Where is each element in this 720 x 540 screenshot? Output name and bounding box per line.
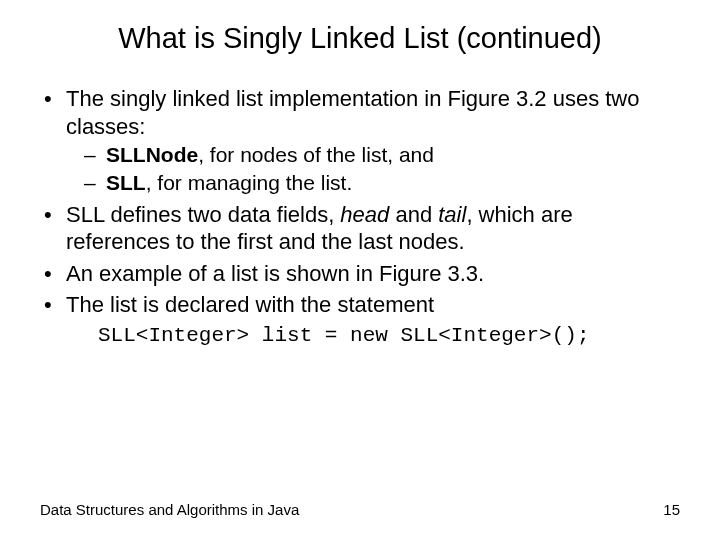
sub-bullet-1a: SLLNode, for nodes of the list, and — [84, 142, 680, 168]
sub-1a-bold: SLLNode — [106, 143, 198, 166]
bullet-4: The list is declared with the statement — [40, 291, 680, 319]
b2-head: head — [340, 202, 389, 227]
b2-pre: SLL defines two data fields, — [66, 202, 340, 227]
code-statement: SLL<Integer> list = new SLL<Integer>(); — [40, 323, 680, 349]
bullet-3: An example of a list is shown in Figure … — [40, 260, 680, 288]
b3-text: An example of a list is shown in Figure … — [66, 261, 484, 286]
footer-left: Data Structures and Algorithms in Java — [40, 501, 299, 518]
b2-tail: tail — [438, 202, 466, 227]
slide-footer: Data Structures and Algorithms in Java 1… — [40, 501, 680, 518]
b4-text: The list is declared with the statement — [66, 292, 434, 317]
bullet-1-text: The singly linked list implementation in… — [66, 86, 640, 139]
bullet-list: The singly linked list implementation in… — [40, 85, 680, 319]
sub-1a-rest: , for nodes of the list, and — [198, 143, 434, 166]
bullet-1: The singly linked list implementation in… — [40, 85, 680, 197]
sub-1b-bold: SLL — [106, 171, 146, 194]
sub-list: SLLNode, for nodes of the list, and SLL,… — [66, 142, 680, 197]
sub-bullet-1b: SLL, for managing the list. — [84, 170, 680, 196]
sub-1b-rest: , for managing the list. — [146, 171, 353, 194]
footer-page-number: 15 — [663, 501, 680, 518]
b2-mid: and — [389, 202, 438, 227]
slide-body: The singly linked list implementation in… — [40, 85, 680, 349]
bullet-2: SLL defines two data fields, head and ta… — [40, 201, 680, 256]
slide-title: What is Singly Linked List (continued) — [40, 22, 680, 55]
